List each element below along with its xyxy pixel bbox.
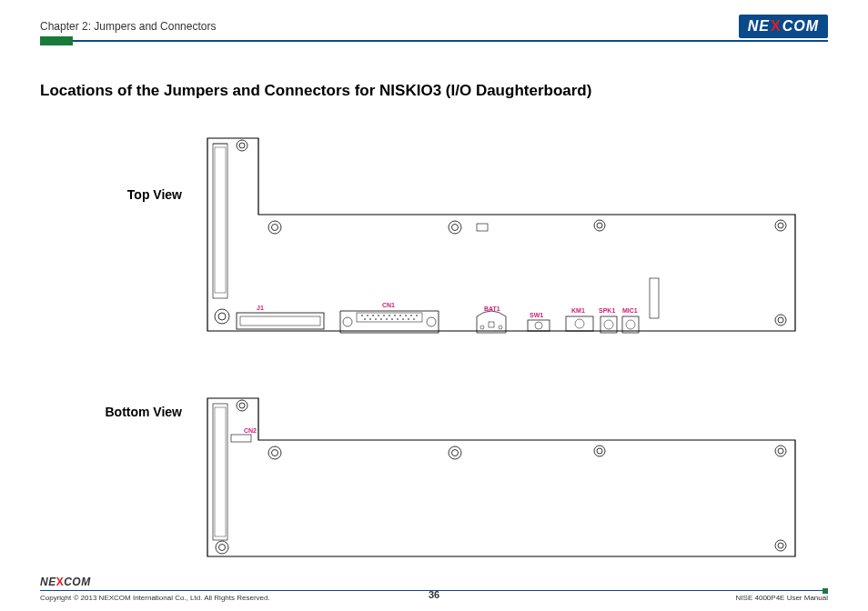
svg-rect-0 [213, 144, 227, 298]
top-view-label: Top View [73, 187, 182, 202]
svg-point-27 [383, 315, 385, 316]
svg-point-29 [394, 315, 396, 316]
svg-point-35 [369, 318, 371, 320]
svg-point-4 [239, 143, 245, 148]
svg-point-59 [237, 400, 247, 411]
svg-point-70 [778, 448, 783, 454]
svg-point-42 [408, 318, 409, 320]
nexcom-logo: NEXCOM [739, 15, 828, 38]
section-tab [40, 36, 73, 45]
svg-point-34 [364, 318, 366, 320]
svg-point-41 [402, 318, 404, 320]
svg-point-16 [778, 317, 783, 323]
svg-point-14 [778, 223, 783, 228]
svg-point-39 [391, 318, 393, 320]
svg-point-23 [361, 315, 363, 316]
svg-point-33 [416, 315, 418, 316]
svg-point-15 [775, 315, 786, 326]
top-view-diagram: J1 CN1 BAT1 [204, 135, 804, 371]
logo-text-x: X [771, 18, 782, 35]
svg-point-3 [237, 140, 247, 151]
svg-point-10 [452, 225, 459, 231]
svg-point-61 [216, 541, 228, 554]
svg-point-5 [215, 309, 229, 324]
svg-point-52 [604, 320, 613, 329]
copyright-text: Copyright © 2013 NEXCOM International Co… [40, 594, 270, 602]
svg-rect-58 [231, 435, 251, 442]
svg-point-65 [449, 446, 461, 459]
footer-logo-pre: NE [40, 576, 56, 588]
svg-point-20 [343, 317, 352, 326]
svg-point-36 [375, 318, 377, 320]
label-mic1: MIC1 [622, 307, 638, 314]
svg-rect-57 [215, 407, 226, 536]
svg-point-46 [499, 326, 502, 329]
svg-point-63 [268, 446, 281, 459]
logo-text-pre: NE [748, 18, 770, 35]
footer-logo-post: COM [64, 576, 91, 588]
bottom-view-label: Bottom View [73, 405, 182, 419]
svg-rect-51 [601, 316, 617, 333]
logo-text-post: COM [782, 18, 819, 35]
svg-rect-18 [237, 313, 324, 329]
svg-point-6 [218, 313, 226, 320]
svg-point-11 [594, 220, 605, 231]
page-number: 36 [429, 589, 439, 600]
svg-point-66 [452, 450, 459, 456]
svg-point-26 [378, 315, 379, 316]
label-sw1: SW1 [530, 312, 543, 318]
svg-point-67 [594, 446, 605, 456]
svg-rect-49 [566, 316, 593, 331]
svg-point-45 [480, 326, 484, 329]
svg-point-30 [399, 315, 401, 316]
svg-point-69 [775, 446, 786, 456]
svg-point-13 [775, 220, 786, 231]
svg-point-54 [626, 320, 635, 329]
svg-point-64 [272, 450, 278, 456]
svg-point-12 [597, 223, 602, 228]
page-heading: Locations of the Jumpers and Connectors … [40, 82, 828, 100]
label-cn1: CN1 [382, 302, 395, 308]
svg-point-28 [389, 315, 390, 316]
footer-logo-x: X [56, 576, 65, 588]
svg-point-72 [778, 543, 783, 548]
svg-point-9 [449, 221, 461, 234]
svg-point-40 [397, 318, 399, 320]
bottom-view-diagram: CN2 [204, 395, 804, 567]
svg-point-24 [367, 315, 368, 316]
svg-rect-56 [213, 404, 227, 540]
footer-logo: NEXCOM [40, 576, 828, 588]
svg-point-62 [219, 545, 226, 551]
manual-name: NISE 4000P4E User Manual [736, 594, 828, 602]
label-cn2: CN2 [244, 427, 257, 434]
svg-point-43 [413, 318, 415, 320]
label-bat1: BAT1 [484, 306, 500, 312]
svg-point-60 [239, 403, 245, 408]
label-j1: J1 [257, 305, 264, 311]
svg-rect-22 [357, 313, 422, 322]
svg-point-71 [775, 540, 786, 551]
svg-point-32 [410, 315, 412, 316]
svg-point-50 [575, 319, 584, 328]
svg-point-7 [268, 221, 281, 234]
svg-point-25 [372, 315, 374, 316]
svg-rect-55 [650, 278, 659, 318]
svg-rect-2 [215, 147, 226, 293]
label-spk1: SPK1 [599, 307, 615, 314]
svg-point-37 [380, 318, 382, 320]
svg-point-48 [535, 322, 542, 329]
header-divider [40, 40, 828, 42]
label-km1: KM1 [571, 307, 585, 314]
page-footer: NEXCOM Copyright © 2013 NEXCOM Internati… [40, 576, 828, 603]
svg-point-21 [427, 317, 436, 326]
svg-point-31 [405, 315, 407, 316]
svg-rect-19 [240, 316, 320, 326]
svg-rect-44 [489, 322, 494, 327]
svg-point-8 [272, 225, 278, 231]
svg-rect-53 [622, 316, 639, 333]
chapter-title: Chapter 2: Jumpers and Connectors [40, 20, 216, 38]
svg-rect-17 [477, 224, 488, 231]
svg-point-38 [386, 318, 388, 320]
svg-point-68 [597, 448, 602, 454]
